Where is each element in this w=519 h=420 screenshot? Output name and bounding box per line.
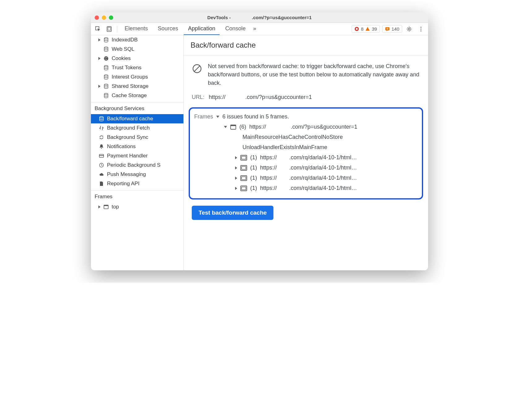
frames-summary-row[interactable]: Frames 6 issues found in 5 frames. <box>194 112 418 122</box>
sidebar-item-background-fetch[interactable]: Background Fetch <box>91 123 183 133</box>
label: Interest Groups <box>112 74 148 80</box>
svg-rect-25 <box>99 155 104 156</box>
child-frame-row[interactable]: (1) https://.com/rq/darla/4-10-1/html… <box>194 152 418 163</box>
panel-tabs: Elements Sources Application Console » <box>120 23 258 35</box>
sidebar-item-notifications[interactable]: Notifications <box>91 142 183 151</box>
svg-point-13 <box>104 47 108 48</box>
svg-rect-40 <box>242 187 246 190</box>
device-toggle-icon[interactable] <box>105 24 114 34</box>
database-icon <box>103 74 109 80</box>
iframe-icon <box>240 165 247 171</box>
iframe-icon <box>240 175 247 181</box>
tab-sources[interactable]: Sources <box>153 23 182 35</box>
reason-row[interactable]: MainResourceHasCacheControlNoStore <box>194 132 418 142</box>
sidebar-item-bfcache[interactable]: Back/forward cache <box>91 114 183 123</box>
card-icon <box>98 153 105 159</box>
sidebar-item-push-messaging[interactable]: Push Messaging <box>91 170 183 179</box>
background-services-section: Background Services Back/forward cache B… <box>91 102 183 191</box>
issues-badge[interactable]: 140 <box>382 25 402 33</box>
divider <box>117 26 117 32</box>
more-menu-icon[interactable] <box>416 24 426 34</box>
label: Reporting API <box>107 181 139 187</box>
sidebar-item-trust-tokens[interactable]: Trust Tokens <box>91 63 183 72</box>
tab-elements[interactable]: Elements <box>120 23 152 35</box>
svg-point-16 <box>106 57 107 58</box>
more-tabs-button[interactable]: » <box>251 23 258 35</box>
file-icon <box>98 181 105 187</box>
database-icon <box>103 65 109 71</box>
label: Background Sync <box>107 134 148 140</box>
tab-console[interactable]: Console <box>221 23 250 35</box>
svg-point-23 <box>100 117 103 118</box>
child-frame-row[interactable]: (1) https://.com/rq/darla/4-10-1/html… <box>194 173 418 183</box>
frame-url: https://.com/rq/darla/4-10-1/html… <box>260 154 357 161</box>
tab-application[interactable]: Application <box>184 23 220 35</box>
sidebar-item-reporting-api[interactable]: Reporting API <box>91 179 183 188</box>
bell-icon <box>98 144 105 150</box>
svg-point-8 <box>408 28 410 30</box>
svg-point-18 <box>105 59 105 60</box>
page-title: Back/forward cache <box>184 35 428 55</box>
label: Periodic Background S <box>107 162 161 168</box>
svg-line-30 <box>194 66 200 71</box>
svg-rect-32 <box>231 125 236 126</box>
label: Cache Storage <box>112 92 147 99</box>
expand-icon <box>98 205 101 208</box>
frame-root-row[interactable]: (6) https://.com/?p=us&guccounter=1 <box>194 122 418 132</box>
svg-rect-6 <box>387 28 388 28</box>
error-count: 8 <box>361 26 363 32</box>
test-bfcache-button[interactable]: Test back/forward cache <box>192 206 273 220</box>
sidebar-item-indexeddb[interactable]: IndexedDB <box>91 35 183 45</box>
label: Shared Storage <box>112 83 148 89</box>
sidebar-item-periodic-bg-sync[interactable]: Periodic Background S <box>91 161 183 170</box>
svg-rect-34 <box>242 156 246 159</box>
expand-icon <box>98 57 101 60</box>
label: IndexedDB <box>112 37 138 43</box>
settings-icon[interactable] <box>405 24 414 34</box>
expand-icon <box>98 38 101 41</box>
sidebar-item-payment-handler[interactable]: Payment Handler <box>91 151 183 161</box>
label: Payment Handler <box>107 153 148 159</box>
sidebar-item-websql[interactable]: Web SQL <box>91 45 183 54</box>
svg-point-14 <box>104 56 108 61</box>
frame-url: https://.com/?p=us&guccounter=1 <box>249 124 357 130</box>
svg-point-20 <box>104 75 108 76</box>
sidebar-item-interest-groups[interactable]: Interest Groups <box>91 72 183 82</box>
frame-count: (1) <box>250 175 257 181</box>
warning-icon <box>365 27 370 31</box>
window-title: DevTools - .com/?p=us&guccounter=1 <box>91 15 428 20</box>
info-text: Not served from back/forward cache: to t… <box>208 62 420 87</box>
storage-section: IndexedDB Web SQL Cookies Trust Tokens <box>91 35 183 102</box>
child-frame-row[interactable]: (1) https://.com/rq/darla/4-10-1/html… <box>194 163 418 173</box>
section-header: Frames <box>91 191 183 202</box>
svg-point-15 <box>105 58 105 58</box>
sidebar-item-shared-storage[interactable]: Shared Storage <box>91 82 183 91</box>
svg-point-21 <box>104 84 108 85</box>
info-row: Not served from back/forward cache: to t… <box>184 62 428 87</box>
reason-row[interactable]: UnloadHandlerExistsInMainFrame <box>194 142 418 152</box>
sidebar-item-cookies[interactable]: Cookies <box>91 54 183 63</box>
child-frame-row[interactable]: (1) https://.com/rq/darla/4-10-1/html… <box>194 183 418 193</box>
frame-icon <box>103 204 109 210</box>
errors-warnings-badge[interactable]: 8 39 <box>352 25 380 33</box>
inspect-icon[interactable] <box>93 24 103 34</box>
svg-point-17 <box>106 59 107 60</box>
label: Background Fetch <box>107 125 150 131</box>
svg-point-22 <box>104 93 108 95</box>
title-suffix: .com/?p=us&guccounter=1 <box>252 15 311 20</box>
svg-rect-36 <box>242 166 246 169</box>
sidebar-item-cache-storage[interactable]: Cache Storage <box>91 91 183 100</box>
sidebar-item-background-sync[interactable]: Background Sync <box>91 133 183 142</box>
database-icon <box>103 37 109 43</box>
url-row: URL: https://.com/?p=us&guccounter=1 <box>184 87 428 105</box>
label: top <box>112 204 119 210</box>
frame-count: (1) <box>250 185 257 191</box>
frames-label: Frames <box>194 114 213 120</box>
titlebar: DevTools - .com/?p=us&guccounter=1 <box>91 12 428 23</box>
frames-tree: Frames 6 issues found in 5 frames. (6) h… <box>189 107 423 199</box>
cloud-icon <box>98 171 105 178</box>
sidebar-item-frame-top[interactable]: top <box>91 202 183 212</box>
collapse-icon <box>224 126 227 128</box>
ban-icon <box>192 63 202 74</box>
expand-icon <box>235 187 237 190</box>
